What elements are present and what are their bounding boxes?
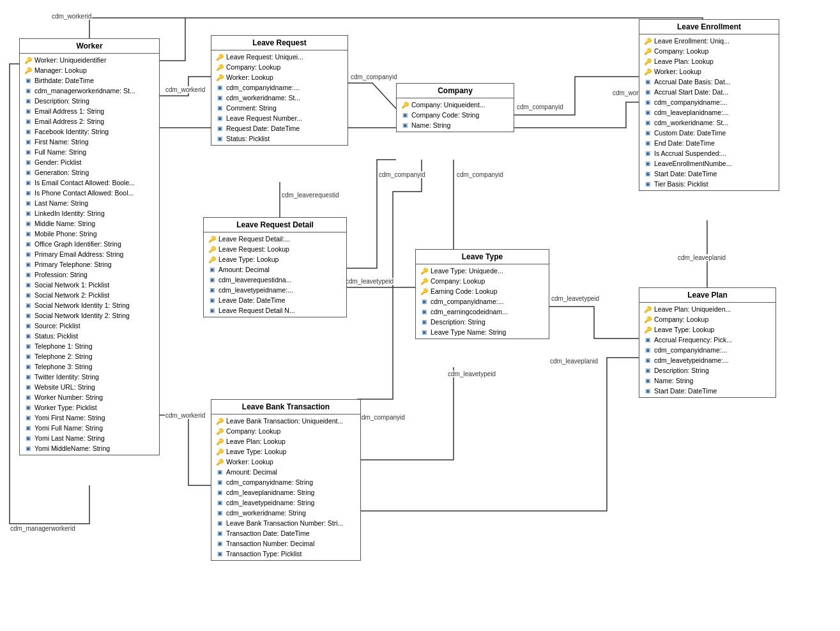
le-field-9: ▣Custom Date: DateTime (642, 128, 776, 138)
lbt-field-5: ▣Amount: Decimal (214, 467, 358, 477)
lr-field-2: 🔑Worker: Lookup (214, 72, 345, 82)
field-icon: ▣ (643, 346, 652, 354)
lrd-field-2: 🔑Leave Type: Lookup (206, 254, 344, 264)
label-cdm-companyid-enroll: cdm_companyid (516, 103, 564, 110)
field-icon: ▣ (208, 275, 217, 284)
lp-field-5: ▣cdm_leavetypeidname:... (642, 355, 773, 365)
label-cdm-workerid-top: cdm_workerid (51, 13, 92, 20)
worker-field-11: ▣Generation: String (22, 167, 157, 178)
lt-field-5: ▣Description: String (418, 317, 546, 327)
field-icon: ▣ (215, 549, 224, 558)
field-icon: ▣ (643, 118, 652, 127)
worker-entity: Worker 🔑Worker: Uniqueidentifier 🔑Manage… (19, 38, 160, 455)
field-icon: ▣ (215, 103, 224, 112)
lp-field-6: ▣Description: String (642, 365, 773, 376)
key-icon: 🔑 (215, 427, 224, 436)
key-icon: 🔑 (420, 277, 429, 285)
co-field-2: ▣Name: String (399, 120, 511, 130)
label-cdm-leavetypeid-detail: cdm_leavetypeid (345, 278, 394, 285)
le-field-7: ▣cdm_leaveplanidname:... (642, 107, 776, 118)
field-icon: ▣ (643, 159, 652, 168)
field-icon: ▣ (24, 178, 33, 187)
field-icon: ▣ (215, 539, 224, 548)
field-icon: ▣ (24, 362, 33, 371)
lbt-field-2: 🔑Leave Plan: Lookup (214, 436, 358, 446)
key-icon: 🔑 (643, 57, 652, 66)
company-entity: Company 🔑Company: Uniqueident... ▣Compan… (396, 83, 514, 132)
lrd-field-3: ▣Amount: Decimal (206, 264, 344, 275)
worker-field-3: ▣cdm_managerworkeridname: St... (22, 86, 157, 96)
lbt-field-10: ▣Leave Bank Transaction Number: Stri... (214, 518, 358, 528)
worker-field-28: ▣Telephone 1: String (22, 341, 157, 351)
field-icon: ▣ (24, 270, 33, 279)
field-icon: ▣ (24, 413, 33, 422)
le-field-11: ▣Is Accrual Suspended:... (642, 148, 776, 158)
key-icon: 🔑 (401, 100, 409, 109)
worker-field-27: ▣Status: Picklist (22, 331, 157, 341)
key-icon: 🔑 (208, 255, 217, 264)
label-cdm-managerworkerid: cdm_managerworkerid (10, 525, 76, 532)
field-icon: ▣ (215, 93, 224, 102)
field-icon: ▣ (24, 107, 33, 116)
key-icon: 🔑 (215, 416, 224, 425)
label-cdm-leaveplanid-bt: cdm_leaveplanid (549, 358, 599, 365)
worker-field-37: ▣Yomi Last Name: String (22, 433, 157, 443)
worker-field-4: ▣Description: String (22, 96, 157, 106)
field-icon: ▣ (215, 468, 224, 476)
field-icon: ▣ (643, 356, 652, 365)
field-icon: ▣ (24, 96, 33, 105)
worker-body: 🔑Worker: Uniqueidentifier 🔑Manager: Look… (20, 54, 159, 455)
worker-field-23: ▣Social Network 2: Picklist (22, 290, 157, 300)
lr-field-7: ▣Request Date: DateTime (214, 123, 345, 133)
key-icon: 🔑 (215, 63, 224, 72)
key-icon: 🔑 (643, 315, 652, 324)
field-icon: ▣ (643, 149, 652, 158)
worker-field-22: ▣Social Network 1: Picklist (22, 280, 157, 290)
lr-field-5: ▣Comment: String (214, 103, 345, 113)
worker-field-19: ▣Primary Email Address: String (22, 249, 157, 259)
key-icon: 🔑 (215, 457, 224, 466)
lbt-field-3: 🔑Leave Type: Lookup (214, 446, 358, 457)
worker-field-29: ▣Telephone 2: String (22, 351, 157, 361)
field-icon: ▣ (643, 98, 652, 107)
worker-field-16: ▣Middle Name: String (22, 218, 157, 229)
connector-workerid-top (89, 18, 703, 38)
key-icon: 🔑 (643, 325, 652, 334)
worker-field-21: ▣Profession: String (22, 270, 157, 280)
field-icon: ▣ (215, 124, 224, 133)
lr-field-4: ▣cdm_workeridname: St... (214, 93, 345, 103)
field-icon: ▣ (24, 423, 33, 432)
key-icon: 🔑 (643, 47, 652, 56)
field-icon: ▣ (643, 335, 652, 344)
lp-field-8: ▣Start Date: DateTime (642, 386, 773, 396)
company-title: Company (397, 84, 514, 98)
field-icon: ▣ (24, 403, 33, 412)
lt-field-2: 🔑Earning Code: Lookup (418, 286, 546, 296)
key-icon: 🔑 (208, 234, 217, 243)
worker-field-30: ▣Telephone 3: String (22, 361, 157, 372)
le-field-14: ▣Tier Basis: Picklist (642, 179, 776, 189)
leave-enrollment-entity: Leave Enrollment 🔑Leave Enrollment: Uniq… (639, 19, 779, 191)
key-icon: 🔑 (643, 305, 652, 314)
field-icon: ▣ (24, 188, 33, 197)
field-icon: ▣ (24, 158, 33, 167)
key-icon: 🔑 (24, 66, 33, 75)
field-icon: ▣ (215, 134, 224, 143)
key-icon: 🔑 (643, 67, 652, 76)
lp-field-4: ▣cdm_companyidname:... (642, 345, 773, 355)
lp-field-2: 🔑Leave Type: Lookup (642, 324, 773, 335)
field-icon: ▣ (24, 311, 33, 320)
leave-request-detail-title: Leave Request Detail (204, 218, 346, 232)
field-icon: ▣ (24, 199, 33, 208)
lp-field-1: 🔑Company: Lookup (642, 314, 773, 324)
worker-field-34: ▣Worker Type: Picklist (22, 402, 157, 413)
leave-bank-transaction-title: Leave Bank Transaction (211, 400, 360, 414)
field-icon: ▣ (24, 148, 33, 156)
field-icon: ▣ (643, 108, 652, 117)
leave-enrollment-title: Leave Enrollment (639, 20, 779, 34)
field-icon: ▣ (208, 285, 217, 294)
worker-field-12: ▣Is Email Contact Allowed: Boole... (22, 178, 157, 188)
field-icon: ▣ (215, 529, 224, 538)
leave-plan-title: Leave Plan (639, 288, 775, 303)
le-field-4: ▣Accrual Date Basis: Dat... (642, 77, 776, 87)
